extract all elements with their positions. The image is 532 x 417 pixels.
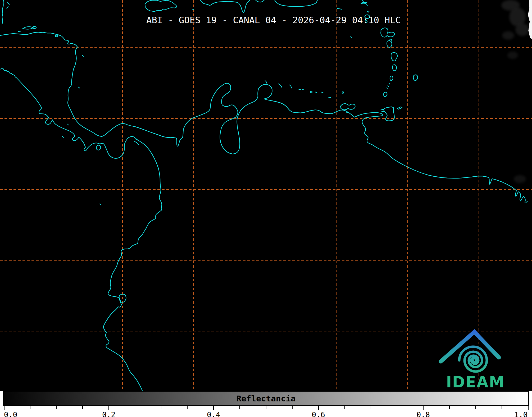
satellite-image-viewer: ABI - GOES 19 - CANAL 04 - 2026-04-29 04… [0, 0, 532, 417]
tick-mark [213, 406, 214, 410]
tick-label: 1.0 [510, 410, 531, 417]
map-canvas: ABI - GOES 19 - CANAL 04 - 2026-04-29 04… [0, 0, 532, 391]
tick-mark [449, 406, 450, 409]
tick-mark [161, 406, 161, 409]
colorbar-ticks [0, 406, 532, 411]
tick-mark [423, 406, 424, 410]
logo-spiral-icon [459, 347, 487, 372]
colorbar-area: Reflectancia 0.00.20.40.60.81.0 [0, 391, 532, 417]
tick-label: 0.4 [203, 410, 224, 417]
tick-mark [4, 406, 4, 410]
tick-label: 0.0 [0, 410, 21, 417]
tick-mark [528, 406, 529, 410]
logo-text: IDEAM [446, 373, 505, 391]
tick-mark [56, 406, 57, 409]
colorbar: Reflectancia [3, 391, 529, 406]
tick-label: 0.8 [413, 410, 434, 417]
tick-mark [292, 406, 293, 409]
tick-mark [266, 406, 266, 409]
tick-mark [344, 406, 345, 409]
tick-label: 0.6 [308, 410, 329, 417]
ideam-logo: IDEAM [0, 0, 532, 391]
tick-label: 0.2 [98, 410, 119, 417]
tick-mark [108, 406, 109, 410]
tick-mark [475, 406, 476, 409]
tick-mark [239, 406, 240, 409]
tick-mark [135, 406, 135, 409]
tick-mark [30, 406, 30, 409]
tick-mark [318, 406, 319, 410]
tick-mark [82, 406, 83, 409]
tick-mark [397, 406, 397, 409]
tick-mark [371, 406, 371, 409]
colorbar-title: Reflectancia [3, 394, 529, 403]
colorbar-tick-labels: 0.00.20.40.60.81.0 [0, 410, 532, 417]
tick-mark [187, 406, 188, 409]
tick-mark [502, 406, 502, 409]
